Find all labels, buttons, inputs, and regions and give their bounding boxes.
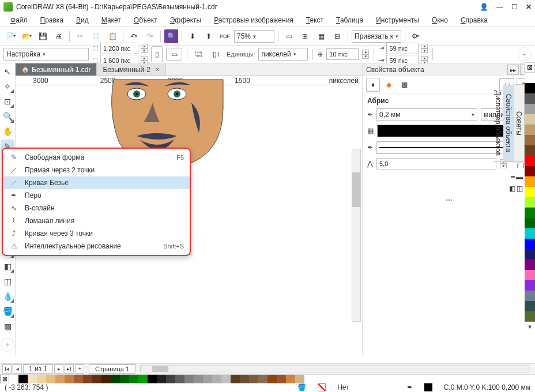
first-page-button[interactable]: I◂ [2,364,12,374]
menu-window[interactable]: Окно [427,15,453,25]
fill-tool[interactable]: 🪣 [1,304,14,318]
guidelines-icon[interactable]: ⊟ [330,29,344,43]
color-swatch[interactable] [525,156,535,166]
color-swatch[interactable] [525,208,535,218]
menu-text[interactable]: Текст [302,15,328,25]
palette-swatch[interactable] [157,375,166,383]
vtab-obj-props[interactable]: Свойства объекта [503,85,514,162]
color-swatch[interactable] [525,83,535,93]
search-icon[interactable]: 🔍 [164,29,178,43]
color-swatch[interactable] [525,114,535,125]
pdf-button[interactable]: PDF [218,29,232,43]
palette-swatch[interactable] [184,375,194,383]
palette-swatch[interactable] [83,375,92,383]
zoom-combo[interactable]: 75%▾ [234,30,274,43]
redo-button[interactable]: ↷▾ [143,29,157,43]
flyout-item-2[interactable]: ⟋Кривая Безье [3,176,190,189]
units-combo[interactable]: пикселей▾ [258,48,308,61]
color-swatch[interactable] [525,145,535,156]
print-button[interactable]: 🖨 [52,29,66,43]
menu-object[interactable]: Объект [129,15,162,25]
next-page-button[interactable]: ▸ [54,364,63,374]
outline-tab-icon[interactable]: ♦ [366,78,380,92]
palette-swatch[interactable] [295,375,304,383]
palette-swatch[interactable] [74,375,83,383]
add-button[interactable]: ＋ [518,47,532,61]
transparency-tab-icon[interactable]: ▩ [397,78,411,92]
maximize-button[interactable]: ☐ [511,3,518,11]
color-swatch[interactable] [525,176,535,187]
current-page-icon[interactable]: ▯↕ [209,47,223,61]
cap-round[interactable]: ▬ [516,173,523,181]
menu-table[interactable]: Таблица [331,15,368,25]
palette-swatch[interactable] [175,375,184,383]
portrait-button[interactable]: ▯ [151,46,163,62]
dup-x-input[interactable] [386,43,419,54]
color-swatch[interactable] [525,218,535,228]
palette-swatch[interactable] [9,375,18,383]
transparency-tool[interactable]: ◫ [1,274,14,288]
undo-button[interactable]: ↶▾ [127,29,141,43]
color-swatch[interactable] [525,249,535,259]
flyout-item-3[interactable]: ✒Перо [3,189,190,202]
palette-swatch[interactable] [18,375,28,383]
export-button[interactable]: ⬆ [202,29,216,43]
color-swatch[interactable] [525,93,535,104]
outline-swatch[interactable] [424,383,432,391]
color-swatch[interactable] [525,239,535,249]
pos-outside[interactable]: ◧ [509,184,515,193]
fill-swatch[interactable] [318,383,326,391]
horizontal-scrollbar[interactable] [140,365,529,372]
shape-tool[interactable]: ✧ [1,80,14,93]
close-button[interactable]: ✕ [526,3,532,11]
color-swatch[interactable] [525,187,535,197]
palette-swatch[interactable] [221,375,231,383]
color-swatch[interactable] [525,311,535,322]
fill-tab-icon[interactable]: ◆ [382,78,395,92]
palette-swatch[interactable] [55,375,65,383]
snap-combo[interactable]: Привязать к▾ [352,30,401,43]
flyout-item-5[interactable]: ⌇Ломаная линия [3,214,190,227]
palette-swatch[interactable] [268,375,277,383]
palette-swatch[interactable] [277,375,286,383]
page-width-input[interactable] [100,43,138,54]
color-swatch[interactable] [525,301,535,311]
last-page-button[interactable]: ▸I [65,364,74,374]
color-swatch[interactable] [525,166,535,176]
drop-shadow-tool[interactable]: ◧ [1,259,14,273]
palette-swatch[interactable] [120,375,129,383]
menu-bitmaps[interactable]: Растровые изображения [209,15,298,25]
landscape-button[interactable]: ▭ [166,48,182,61]
user-icon[interactable]: 👤 [480,3,488,11]
crop-tool[interactable]: ⊡ [1,95,14,108]
fullscreen-icon[interactable]: ▭ [282,29,296,43]
color-swatch[interactable] [525,280,535,291]
eyedropper-tool[interactable]: 💧 [1,289,14,303]
close-icon[interactable]: ✕ [155,66,160,73]
cut-icon[interactable]: ✂ [73,29,87,43]
palette-swatch[interactable] [101,375,111,383]
palette-swatch[interactable] [65,375,74,383]
palette-swatch[interactable] [129,375,138,383]
palette-swatch[interactable] [231,375,240,383]
no-fill-swatch[interactable]: ⊠ [0,375,9,383]
copy-icon[interactable]: ⿻ [89,29,103,43]
flyout-item-0[interactable]: ✎Свободная формаF5 [3,151,190,164]
zoom-tool[interactable]: 🔍 [1,110,14,123]
color-swatch[interactable] [525,197,535,208]
flyout-item-1[interactable]: ／Прямая через 2 точки [3,164,190,176]
no-color-swatch[interactable]: ⊠ [525,62,535,73]
palette-swatch[interactable] [92,375,101,383]
page-preset-combo[interactable]: Настройка▾ [3,48,89,61]
options-button[interactable]: ⚙▾ [409,29,423,43]
vertical-scrollbar[interactable] [352,149,361,322]
palette-swatch[interactable] [111,375,120,383]
minimize-button[interactable]: — [496,3,503,11]
palette-swatch[interactable] [258,375,268,383]
flyout-item-4[interactable]: ∿В-сплайн [3,202,190,214]
palette-swatch[interactable] [138,375,148,383]
pick-tool[interactable]: ↖ [1,65,14,78]
expand-icon[interactable]: ⋯ [446,196,453,204]
palette-swatch[interactable] [148,375,157,383]
pan-tool[interactable]: ✋ [1,125,14,138]
